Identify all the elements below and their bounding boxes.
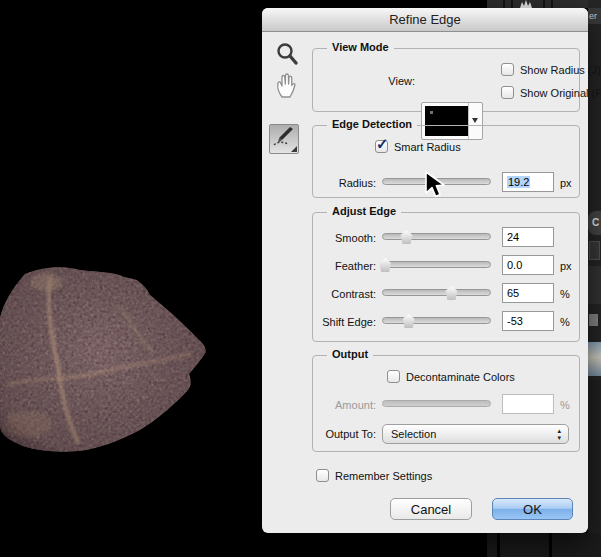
- contrast-slider[interactable]: [382, 289, 491, 296]
- panel-swatch[interactable]: [589, 241, 600, 260]
- feather-slider[interactable]: [382, 261, 491, 268]
- arrow-cursor-icon: [424, 171, 448, 203]
- right-panel-strip: er C: [588, 0, 601, 557]
- panel-block: [588, 266, 601, 304]
- decontaminate-checkbox[interactable]: ✓: [387, 370, 400, 383]
- show-original-checkbox[interactable]: ✓: [501, 86, 514, 99]
- down-triangle-icon: [472, 118, 478, 123]
- rock-image[interactable]: [0, 262, 220, 462]
- bottom-panel-strip: [487, 533, 601, 557]
- checkmark-icon: ✓: [376, 135, 389, 153]
- shift-edge-slider[interactable]: [382, 317, 491, 324]
- view-mode-legend: View Mode: [327, 41, 394, 53]
- shift-edge-unit: %: [560, 316, 570, 328]
- contrast-label: Contrast:: [313, 288, 376, 300]
- panel-button-partial[interactable]: C: [588, 211, 601, 235]
- smart-radius-checkbox[interactable]: ✓: [375, 140, 388, 153]
- amount-slider: [382, 400, 491, 407]
- radius-value: 19.2: [507, 176, 530, 188]
- panel-block: [588, 380, 601, 557]
- smart-radius-label: Smart Radius: [394, 141, 461, 153]
- panel-divider: [511, 0, 513, 8]
- dialog-titlebar[interactable]: Refine Edge: [262, 8, 588, 32]
- output-to-label: Output To:: [313, 428, 376, 440]
- decontaminate-label: Decontaminate Colors: [406, 371, 515, 383]
- panel-divider: [503, 0, 505, 8]
- radius-label: Radius:: [313, 177, 376, 189]
- ok-button[interactable]: OK: [492, 498, 573, 520]
- output-to-value: Selection: [391, 428, 436, 440]
- panel-divider: [551, 0, 553, 8]
- show-radius-checkbox[interactable]: ✓: [501, 63, 514, 76]
- output-group: Output ✓ Decontaminate Colors Amount: % …: [312, 355, 580, 452]
- panel-divider: [549, 533, 552, 557]
- dialog-title: Refine Edge: [389, 12, 461, 27]
- contrast-field[interactable]: 65: [502, 283, 554, 303]
- view-label: View:: [343, 75, 415, 87]
- shift-edge-label: Shift Edge:: [313, 316, 376, 328]
- output-legend: Output: [327, 348, 373, 360]
- amount-label: Amount:: [313, 399, 376, 411]
- panel-divider: [497, 533, 500, 557]
- panel-tab-partial[interactable]: er: [588, 8, 601, 24]
- smooth-slider[interactable]: [382, 233, 491, 240]
- contrast-slider-thumb[interactable]: [444, 286, 458, 300]
- adjust-edge-legend: Adjust Edge: [327, 205, 401, 217]
- contrast-unit: %: [560, 288, 570, 300]
- smooth-label: Smooth:: [313, 232, 376, 244]
- smooth-slider-thumb[interactable]: [400, 230, 414, 244]
- hand-tool[interactable]: [273, 71, 300, 99]
- view-thumbnail-speck: [430, 111, 433, 114]
- top-panel-strip: [487, 0, 601, 8]
- panel-divider: [543, 0, 545, 8]
- output-to-dropdown[interactable]: Selection ▴▾: [382, 424, 569, 444]
- view-mode-group: View Mode View: ✓ Show Radius (J) ✓ Show…: [312, 48, 580, 112]
- remember-settings-checkbox[interactable]: ✓: [316, 469, 329, 482]
- layer-mask-chip[interactable]: [589, 314, 598, 326]
- radius-field[interactable]: 19.2: [502, 172, 554, 192]
- zoom-tool[interactable]: [275, 41, 300, 68]
- feather-unit: px: [560, 260, 572, 272]
- up-down-arrows-icon: ▴▾: [557, 427, 561, 441]
- show-radius-label: Show Radius (J): [520, 64, 601, 76]
- amount-field: [502, 394, 554, 414]
- brush-panel-icon: [518, 0, 534, 8]
- cancel-button[interactable]: Cancel: [390, 498, 472, 520]
- refine-edge-dialog: Refine Edge View Mode View: ✓ Show Radiu…: [262, 8, 588, 533]
- remember-settings-label: Remember Settings: [335, 470, 432, 482]
- feather-field[interactable]: 0.0: [502, 255, 554, 275]
- radius-unit: px: [560, 177, 572, 189]
- adjust-edge-group: Adjust Edge Smooth: 24 Feather: 0.0 px C…: [312, 212, 580, 342]
- feather-slider-thumb[interactable]: [378, 258, 392, 272]
- shift-edge-field[interactable]: -53: [502, 311, 554, 331]
- amount-unit: %: [560, 399, 570, 411]
- shift-edge-slider-thumb[interactable]: [402, 314, 416, 328]
- smooth-field[interactable]: 24: [502, 227, 554, 247]
- edge-detection-legend: Edge Detection: [327, 118, 417, 130]
- show-original-label: Show Original (P): [520, 87, 601, 99]
- layer-thumbnail[interactable]: [588, 342, 601, 376]
- brush-icon: [270, 125, 298, 153]
- feather-label: Feather:: [313, 260, 376, 272]
- refine-radius-tool-button[interactable]: [269, 124, 299, 154]
